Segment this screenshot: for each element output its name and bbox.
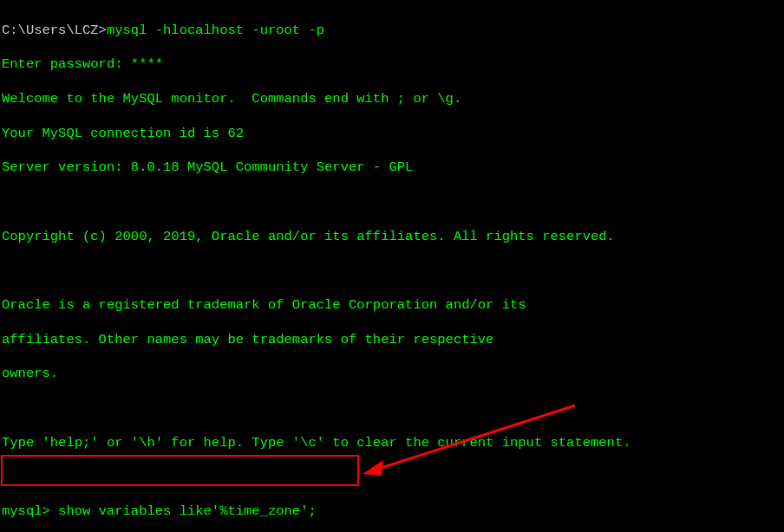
- query-show-variables: show variables like'%time_zone';: [58, 503, 317, 519]
- trademark-line-1: Oracle is a registered trademark of Orac…: [2, 297, 782, 315]
- trademark-line-2: affiliates. Other names may be trademark…: [2, 332, 782, 349]
- terminal-output[interactable]: C:\Users\LCZ>mysql -hlocalhost -uroot -p…: [2, 5, 782, 532]
- shell-prompt: C:\Users\LCZ>: [2, 23, 107, 38]
- trademark-line-3: owners.: [2, 366, 782, 383]
- password-prompt-line: Enter password: ****: [2, 56, 782, 74]
- help-line: Type 'help;' or '\h' for help. Type '\c'…: [2, 435, 782, 452]
- server-version-line: Server version: 8.0.18 MySQL Community S…: [2, 159, 782, 177]
- login-command: mysql -hlocalhost -uroot -p: [107, 23, 324, 38]
- copyright-line: Copyright (c) 2000, 2019, Oracle and/or …: [2, 229, 782, 246]
- connection-id-line: Your MySQL connection id is 62: [2, 126, 782, 143]
- mysql-prompt: mysql>: [2, 503, 58, 519]
- welcome-line: Welcome to the MySQL monitor. Commands e…: [2, 91, 782, 108]
